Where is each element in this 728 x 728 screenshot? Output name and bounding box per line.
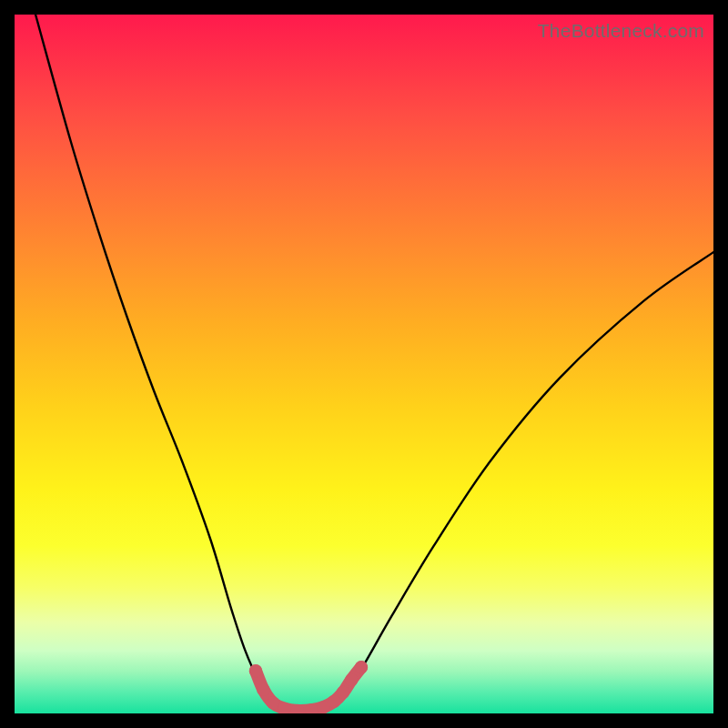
optimal-range-joint — [249, 664, 262, 677]
optimal-range-joint — [257, 683, 269, 696]
optimal-range-joint — [267, 696, 279, 709]
optimal-range-joint — [337, 686, 349, 699]
optimal-range-joint — [355, 661, 368, 673]
optimal-range-joint — [345, 673, 358, 686]
gradient-plot-area: TheBottleneck.com — [15, 15, 713, 713]
curve-layer — [15, 15, 713, 713]
chart-stage: TheBottleneck.com — [0, 0, 728, 728]
bottleneck-curve — [35, 15, 713, 711]
